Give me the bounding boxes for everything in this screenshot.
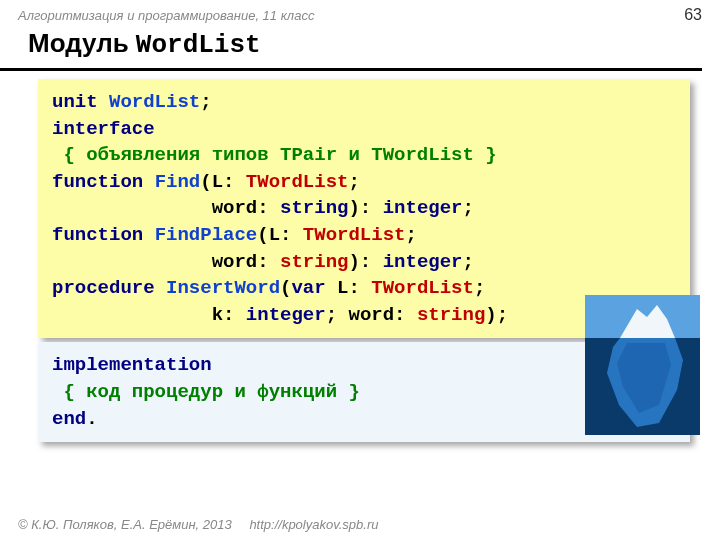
code-token: TWordList <box>303 224 406 246</box>
code-token: ; <box>348 171 359 193</box>
code-token: string <box>280 197 348 219</box>
code-token: word: <box>52 251 280 273</box>
code-token: integer <box>383 251 463 273</box>
code-token: ; <box>200 91 211 113</box>
code-token: ; <box>463 197 474 219</box>
title-underline <box>0 68 702 71</box>
code-token: implementation <box>52 354 212 376</box>
course-label: Алгоритмизация и программирование, 11 кл… <box>18 8 314 23</box>
code-token: ( <box>280 277 291 299</box>
code-token: ; word: <box>326 304 417 326</box>
title-module: WordList <box>136 30 261 60</box>
code-token: k: <box>52 304 246 326</box>
code-token: FindPlace <box>155 224 258 246</box>
code-token: InsertWord <box>166 277 280 299</box>
code-token: string <box>417 304 485 326</box>
code-token: { объявления типов TPair и TWordList } <box>52 144 497 166</box>
code-token: . <box>86 408 97 430</box>
code-token: ; <box>405 224 416 246</box>
iceberg-image <box>585 295 700 435</box>
code-token: integer <box>246 304 326 326</box>
copyright-text: © К.Ю. Поляков, Е.А. Ерёмин, 2013 <box>18 517 232 532</box>
code-token: function <box>52 224 155 246</box>
code-token: unit <box>52 91 109 113</box>
code-token: integer <box>383 197 463 219</box>
code-token: string <box>280 251 348 273</box>
page-title: Модуль WordList <box>0 26 720 68</box>
code-token: (L: <box>257 224 303 246</box>
slide-footer: © К.Ю. Поляков, Е.А. Ерёмин, 2013 http:/… <box>18 517 378 532</box>
footer-url: http://kpolyakov.spb.ru <box>249 517 378 532</box>
page-number: 63 <box>684 6 702 24</box>
code-token: procedure <box>52 277 166 299</box>
code-token: L: <box>326 277 372 299</box>
code-token: word: <box>52 197 280 219</box>
code-token: WordList <box>109 91 200 113</box>
code-token: function <box>52 171 155 193</box>
code-token: var <box>291 277 325 299</box>
code-token: interface <box>52 118 155 140</box>
code-token: (L: <box>200 171 246 193</box>
code-token: ): <box>348 251 382 273</box>
code-token: ): <box>348 197 382 219</box>
title-prefix: Модуль <box>28 28 136 58</box>
code-token: ; <box>463 251 474 273</box>
code-token: Find <box>155 171 201 193</box>
code-token: end <box>52 408 86 430</box>
code-token: ); <box>485 304 508 326</box>
code-token: { код процедур и функций } <box>52 381 360 403</box>
code-token: TWordList <box>246 171 349 193</box>
slide-header: Алгоритмизация и программирование, 11 кл… <box>0 0 720 26</box>
code-token: ; <box>474 277 485 299</box>
code-token: TWordList <box>371 277 474 299</box>
